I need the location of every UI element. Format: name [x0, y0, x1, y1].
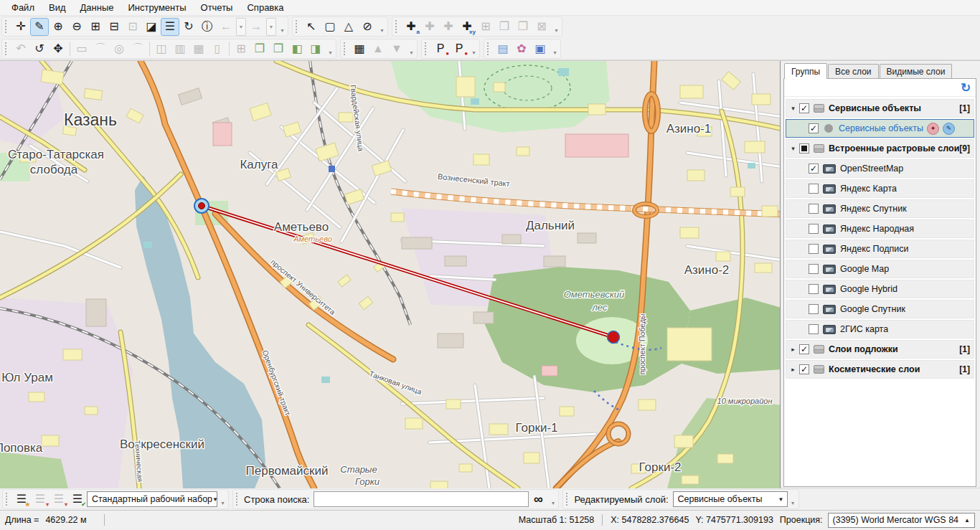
add-by-coordinates-button[interactable]: ✚xy	[458, 18, 476, 36]
tree-layer-row[interactable]: Яндекс Подписи	[786, 240, 974, 258]
layer-visibility-checkbox[interactable]: ✓	[809, 164, 819, 174]
toolbar-overflow-icon[interactable]: ▾	[219, 491, 227, 508]
select-object-button[interactable]: ↖	[302, 18, 321, 36]
tree-layer-row[interactable]: Google Спутник	[786, 300, 974, 318]
binoculars-icon[interactable]: ∞	[529, 491, 547, 508]
toolbar-overflow-icon[interactable]: ▾	[326, 40, 334, 57]
menu-file[interactable]: Файл	[4, 1, 42, 15]
tree-layer-row[interactable]: ✓Сервисные объекты✦✎	[786, 119, 974, 138]
menu-data[interactable]: Данные	[73, 1, 121, 15]
pencil-badge-icon[interactable]: ✎	[943, 123, 955, 135]
toolbar-grip[interactable]	[5, 42, 9, 55]
tree-expander-icon[interactable]: ▸	[788, 366, 798, 373]
menu-view[interactable]: Вид	[42, 1, 73, 15]
style-editor-button[interactable]: ✿	[512, 39, 531, 57]
menu-help[interactable]: Справка	[240, 1, 291, 15]
toolbar-grip[interactable]	[296, 20, 299, 33]
layer-visibility-checkbox[interactable]	[809, 244, 819, 254]
select-rectangle-button[interactable]: ▢	[321, 18, 339, 36]
toolbar-overflow-icon[interactable]: ▾	[551, 40, 559, 57]
menu-tools[interactable]: Инструменты	[121, 1, 193, 15]
toolbar-grip[interactable]	[6, 493, 9, 506]
toolbar-overflow-icon[interactable]: ▾	[278, 18, 286, 35]
toolbar-grip[interactable]	[395, 20, 399, 33]
toolbar-overflow-icon[interactable]: ▾	[407, 40, 415, 57]
workspace-select[interactable]: Стандартный рабочий набор ▼	[87, 491, 217, 507]
move-object-button[interactable]: ✥	[49, 39, 67, 57]
view-forward-dropdown[interactable]: ▼	[266, 18, 276, 36]
tree-group-row[interactable]: ▸✓Косметические слои[1]	[786, 360, 974, 379]
layer-visibility-checkbox[interactable]: ✓	[809, 123, 819, 133]
workspace-save-button[interactable]: ☰✔	[68, 491, 87, 508]
zoom-out-button[interactable]: ⊖	[67, 18, 86, 36]
toolbar-grip[interactable]	[425, 42, 428, 55]
pan-tool-button[interactable]: ✛	[11, 18, 30, 36]
layer-filter-input[interactable]	[786, 80, 958, 95]
toolbar-overflow-icon[interactable]: ▾	[552, 18, 560, 35]
toolbar-grip[interactable]	[236, 493, 240, 506]
tab-visible-layers[interactable]: Видимые слои	[880, 64, 953, 79]
tree-group-row[interactable]: ▾Встроенные растровые слои[9]	[786, 139, 974, 158]
layer-visibility-checkbox[interactable]	[809, 224, 819, 234]
toolbar-overflow-icon[interactable]: ▾	[789, 491, 797, 508]
toolbar-grip[interactable]	[5, 20, 9, 33]
tree-expander-icon[interactable]: ▾	[788, 145, 798, 152]
geometry-union-button[interactable]: ❐	[250, 39, 269, 57]
layer-visibility-checkbox[interactable]	[809, 204, 819, 214]
geometry-intersection-button[interactable]: ❐	[269, 39, 288, 57]
tree-layer-row[interactable]: ✓OpenStreetMap	[786, 159, 974, 178]
toolbar-grip[interactable]	[344, 42, 347, 55]
zoom-to-visible-button[interactable]: ◪	[142, 18, 161, 36]
chevron-down-icon[interactable]: ▼	[776, 492, 787, 506]
tree-expander-icon[interactable]: ▾	[788, 105, 798, 112]
layers-visibility-button[interactable]: ☰	[161, 18, 179, 36]
tree-layer-row[interactable]: Google Hybrid	[786, 280, 974, 298]
toolbar-overflow-icon[interactable]: ▾	[549, 491, 557, 508]
tree-group-row[interactable]: ▾✓Сервисные объекты[1]	[786, 99, 974, 118]
projection-select[interactable]: (3395) World Mercator WGS 84 ▲	[828, 513, 975, 528]
clear-selection-button[interactable]: ⊘	[358, 18, 377, 36]
tree-group-row[interactable]: ▸✓Слои подложки[1]	[786, 340, 974, 359]
layer-visibility-checkbox[interactable]	[809, 184, 819, 194]
line-start-point-button[interactable]: P●	[431, 39, 450, 57]
layer-visibility-checkbox[interactable]: ✓	[799, 344, 809, 354]
tree-layer-row[interactable]: Яндекс Спутник	[786, 199, 974, 218]
measure-tool-button[interactable]: ✎	[30, 18, 49, 36]
search-input[interactable]	[314, 491, 529, 507]
tree-expander-icon[interactable]: ▸	[788, 346, 798, 353]
tree-layer-row[interactable]: Яндекс Карта	[786, 179, 974, 198]
geometry-sym-difference-button[interactable]: ◨	[306, 39, 325, 57]
toolbar-overflow-icon[interactable]: ▾	[470, 40, 478, 57]
map-canvas[interactable]: КазаньСтаро-ТатарскаяслободаКалугаАметье…	[0, 61, 781, 488]
tree-layer-row[interactable]: Google Map	[786, 260, 974, 278]
layer-visibility-checkbox[interactable]	[809, 264, 819, 274]
system-settings-button[interactable]: ▣	[531, 39, 550, 57]
rotate-object-button[interactable]: ↺	[30, 39, 49, 57]
menu-reports[interactable]: Отчеты	[194, 1, 240, 15]
tab-groups[interactable]: Группы	[784, 63, 827, 79]
line-end-point-button[interactable]: P●	[450, 39, 468, 57]
workspace-new-button[interactable]: ☰★	[12, 491, 31, 508]
map-info-button[interactable]: ⓘ	[198, 18, 217, 36]
select-badge-icon[interactable]: ✦	[927, 123, 939, 135]
tree-layer-row[interactable]: Яндекс Народная	[786, 219, 974, 238]
layer-visibility-checkbox[interactable]: ✓	[799, 103, 809, 113]
zoom-out-rect-button[interactable]: ⊟	[105, 18, 123, 36]
chevron-down-icon[interactable]: ▼	[212, 492, 218, 506]
geometry-subtract-button[interactable]: ◧	[288, 39, 306, 57]
layer-visibility-checkbox[interactable]	[809, 324, 819, 334]
toolbar-grip[interactable]	[566, 493, 570, 506]
layer-visibility-checkbox[interactable]: ✓	[799, 364, 809, 374]
attribute-table-button[interactable]: ▦	[350, 39, 369, 57]
zoom-in-rect-button[interactable]: ⊞	[86, 18, 105, 36]
view-back-dropdown[interactable]: ▼	[236, 18, 246, 36]
layer-visibility-checkbox[interactable]	[809, 284, 819, 294]
select-polygon-button[interactable]: △	[339, 18, 358, 36]
add-object-button[interactable]: ✚a	[402, 18, 420, 36]
toolbar-grip[interactable]	[487, 42, 491, 55]
refresh-map-button[interactable]: ↻	[179, 18, 198, 36]
tree-layer-row[interactable]: 2ГИС карта	[786, 320, 974, 339]
zoom-in-button[interactable]: ⊕	[49, 18, 67, 36]
layer-visibility-checkbox[interactable]	[809, 304, 819, 314]
layer-visibility-checkbox[interactable]	[799, 143, 809, 153]
